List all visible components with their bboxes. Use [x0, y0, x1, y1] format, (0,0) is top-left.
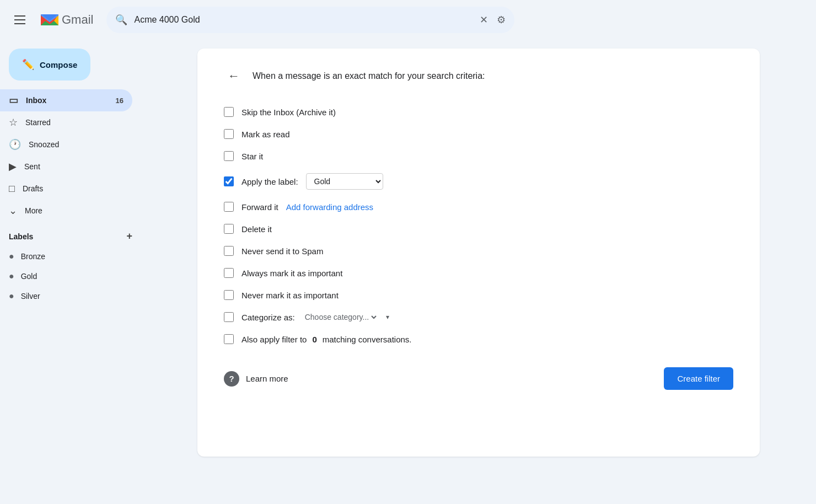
filter-row-always-important: Always mark it as important	[224, 262, 733, 283]
sidebar-item-inbox[interactable]: ▭ Inbox 16	[0, 89, 132, 111]
add-forwarding-address-link[interactable]: Add forwarding address	[286, 202, 373, 212]
filter-row-forward-it: Forward it Add forwarding address	[224, 196, 733, 217]
bronze-label-icon: ●	[9, 251, 14, 261]
labels-heading-text: Labels	[9, 232, 33, 241]
starred-icon: ☆	[9, 116, 18, 128]
gold-label-text: Gold	[21, 272, 37, 281]
sidebar-item-sent-label: Sent	[24, 162, 124, 171]
filter-options-list: Skip the Inbox (Archive it) Mark as read…	[224, 101, 733, 350]
panel-heading-text: When a message is an exact match for you…	[253, 71, 485, 81]
sidebar-item-starred[interactable]: ☆ Starred	[0, 111, 132, 133]
filter-row-categorize: Categorize as: Choose category... Primar…	[224, 307, 733, 328]
search-input[interactable]	[134, 15, 473, 25]
filter-row-never-spam: Never send it to Spam	[224, 240, 733, 261]
sidebar-item-snoozed[interactable]: 🕐 Snoozed	[0, 133, 132, 156]
main-layout: ✏️ Compose ▭ Inbox 16 ☆ Starred 🕐 Snooze…	[0, 40, 816, 504]
matching-count: 0	[312, 335, 316, 344]
sidebar-item-starred-label: Starred	[25, 118, 124, 127]
delete-it-checkbox[interactable]	[224, 224, 234, 234]
learn-more-link[interactable]: Learn more	[246, 374, 288, 383]
label-item-bronze[interactable]: ● Bronze	[0, 246, 132, 266]
compose-label: Compose	[40, 60, 77, 69]
label-select-dropdown[interactable]: Gold Bronze Silver	[306, 173, 383, 190]
more-chevron-icon: ⌄	[9, 205, 17, 217]
filter-row-mark-read: Mark as read	[224, 124, 733, 144]
silver-label-text: Silver	[21, 292, 40, 301]
sidebar: ✏️ Compose ▭ Inbox 16 ☆ Starred 🕐 Snooze…	[0, 40, 141, 504]
always-important-label[interactable]: Always mark it as important	[241, 269, 342, 278]
sidebar-item-more[interactable]: ⌄ More	[0, 200, 132, 222]
apply-label-checkbox[interactable]	[224, 176, 234, 186]
label-item-gold[interactable]: ● Gold	[0, 266, 132, 286]
sidebar-item-sent[interactable]: ▶ Sent	[0, 156, 132, 178]
never-important-label[interactable]: Never mark it as important	[241, 291, 339, 300]
sent-icon: ▶	[9, 160, 17, 173]
filter-row-apply-label: Apply the label: Gold Bronze Silver	[224, 168, 733, 195]
panel-header-row: ← When a message is an exact match for y…	[224, 66, 733, 86]
gmail-logo: Gmail	[40, 10, 93, 30]
filter-row-star-it: Star it	[224, 146, 733, 167]
drafts-icon: □	[9, 183, 15, 195]
categorize-label[interactable]: Categorize as:	[241, 313, 295, 322]
star-it-checkbox[interactable]	[224, 151, 234, 161]
inbox-count: 16	[116, 96, 124, 105]
skip-inbox-label[interactable]: Skip the Inbox (Archive it)	[241, 108, 336, 117]
sidebar-item-drafts-label: Drafts	[23, 184, 124, 193]
filter-row-delete-it: Delete it	[224, 218, 733, 239]
filter-row-never-important: Never mark it as important	[224, 285, 733, 305]
gold-label-icon: ●	[9, 271, 14, 281]
filter-row-skip-inbox: Skip the Inbox (Archive it)	[224, 101, 733, 122]
delete-it-label[interactable]: Delete it	[241, 224, 272, 234]
label-item-silver[interactable]: ● Silver	[0, 286, 132, 306]
add-label-icon[interactable]: +	[126, 230, 132, 242]
forward-it-label[interactable]: Forward it	[241, 202, 278, 212]
never-spam-checkbox[interactable]	[224, 246, 234, 256]
sidebar-item-snoozed-label: Snoozed	[29, 140, 124, 149]
inbox-icon: ▭	[9, 94, 18, 106]
main-content: ← When a message is an exact match for y…	[141, 40, 816, 504]
never-important-checkbox[interactable]	[224, 290, 234, 300]
sidebar-item-drafts[interactable]: □ Drafts	[0, 178, 132, 200]
also-apply-label[interactable]: Also apply filter to 0 matching conversa…	[241, 335, 411, 344]
menu-button[interactable]	[9, 9, 31, 31]
star-it-label[interactable]: Star it	[241, 152, 263, 161]
apply-label-label[interactable]: Apply the label:	[241, 177, 298, 186]
sidebar-item-inbox-label: Inbox	[26, 96, 108, 105]
clear-search-icon[interactable]: ✕	[480, 14, 488, 26]
labels-section-header: Labels +	[0, 222, 141, 246]
silver-label-icon: ●	[9, 291, 14, 301]
search-filter-icon[interactable]: ⚙	[497, 14, 506, 26]
mark-read-label[interactable]: Mark as read	[241, 130, 290, 139]
always-important-checkbox[interactable]	[224, 268, 234, 278]
search-bar: 🔍 ✕ ⚙	[106, 7, 514, 33]
category-select-dropdown[interactable]: Choose category... Primary Social Promot…	[303, 312, 378, 322]
category-dropdown-arrow: ▾	[386, 313, 389, 321]
gmail-m-icon	[40, 10, 60, 30]
also-apply-checkbox[interactable]	[224, 334, 234, 344]
skip-inbox-checkbox[interactable]	[224, 107, 234, 117]
back-button[interactable]: ←	[224, 66, 244, 86]
filter-row-also-apply: Also apply filter to 0 matching conversa…	[224, 329, 733, 350]
snoozed-icon: 🕐	[9, 138, 21, 151]
never-spam-label[interactable]: Never send it to Spam	[241, 246, 323, 256]
create-filter-button[interactable]: Create filter	[664, 367, 733, 390]
filter-panel: ← When a message is an exact match for y…	[197, 49, 760, 457]
categorize-checkbox[interactable]	[224, 312, 234, 322]
sidebar-item-more-label: More	[25, 206, 124, 215]
app-header: Gmail 🔍 ✕ ⚙	[0, 0, 816, 40]
compose-button[interactable]: ✏️ Compose	[9, 49, 90, 81]
compose-icon: ✏️	[22, 58, 34, 71]
help-icon[interactable]: ?	[224, 371, 239, 387]
bronze-label-text: Bronze	[21, 252, 45, 261]
forward-it-checkbox[interactable]	[224, 202, 234, 212]
panel-footer: ? Learn more Create filter	[224, 367, 733, 390]
mark-read-checkbox[interactable]	[224, 129, 234, 139]
search-icon: 🔍	[115, 14, 127, 26]
gmail-text-label: Gmail	[62, 13, 93, 27]
